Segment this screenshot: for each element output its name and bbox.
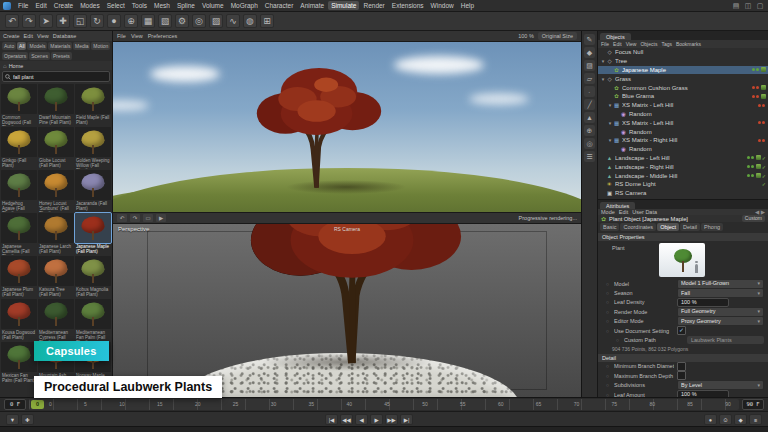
visibility-dots[interactable] [758, 121, 765, 124]
asset-item[interactable]: Mediterranean Cypress (Fall Plant) [38, 299, 74, 341]
asset-item[interactable]: Honey Locust 'Sunburst' (Fall Plant) [38, 170, 74, 212]
menu-edit[interactable]: Edit [32, 1, 49, 10]
visibility-dot-icon[interactable] [751, 165, 754, 168]
object-row-grass[interactable]: ▾◇Grass [598, 74, 768, 83]
tab-objects[interactable]: Objects [600, 33, 631, 40]
polygons-mode-icon[interactable]: ▲ [584, 112, 595, 123]
asset-menu-database[interactable]: Database [53, 33, 77, 39]
prev-frame-icon[interactable]: ◀ [355, 414, 368, 425]
object-row-japanese-maple[interactable]: ✿Japanese Maple [598, 66, 768, 75]
objects-menu-view[interactable]: View [626, 41, 637, 47]
autokey-icon[interactable]: ⊙ [719, 414, 732, 425]
tag-check-icon[interactable]: ✓ [762, 164, 766, 170]
visibility-dot-icon[interactable] [756, 95, 759, 98]
material-tag-icon[interactable] [756, 155, 761, 160]
anim-dot-icon[interactable]: ○ [606, 299, 611, 305]
last-tool-icon[interactable]: ● [107, 14, 121, 28]
live-selection-icon[interactable]: ➤ [39, 14, 53, 28]
visibility-dot-icon[interactable] [756, 68, 759, 71]
rope-icon[interactable]: ∿ [226, 14, 240, 28]
texture-mode-icon[interactable]: ▨ [584, 60, 595, 71]
menu-render[interactable]: Render [360, 1, 387, 10]
visibility-dots[interactable] [758, 139, 765, 142]
anim-dot-icon[interactable]: ○ [616, 337, 621, 343]
object-row-tree[interactable]: ▾◇Tree [598, 57, 768, 66]
visibility-dot-icon[interactable] [747, 165, 750, 168]
layout-split-icon[interactable]: ◫ [743, 2, 753, 10]
object-row-landscape-right-hill[interactable]: ▲Landscape - Right Hill✓ [598, 162, 768, 171]
render-region-icon[interactable]: ▭ [143, 214, 153, 222]
tag-check-icon[interactable]: ✓ [762, 155, 766, 161]
attr-checkbox-use-document-setting[interactable]: ✓ [677, 326, 686, 335]
attr-dropdown-editor-mode[interactable]: Proxy Geometry▾ [677, 316, 764, 326]
goto-start-icon[interactable]: |◀ [325, 414, 338, 425]
model-mode-icon[interactable]: ◆ [584, 47, 595, 58]
rotate-icon[interactable]: ↻ [90, 14, 104, 28]
object-row-blue-grama[interactable]: ✿Blue Grama [598, 92, 768, 101]
object-row-landscape-left-hill[interactable]: ▲Landscape - Left Hill✓ [598, 154, 768, 163]
asset-item[interactable]: Mediterranean Fan Palm (Fall Plant) [75, 299, 111, 341]
material-tag-icon[interactable] [756, 173, 761, 178]
asset-item[interactable]: Japanese Camellia (Fall Plant) [1, 213, 37, 255]
tag-check-icon[interactable]: ✓ [762, 181, 766, 187]
object-row-xs-matrix-left-hill[interactable]: ▾▦XS Matrix - Left Hill [598, 101, 768, 110]
menu-help[interactable]: Help [458, 1, 477, 10]
visibility-dots[interactable] [747, 156, 754, 159]
visibility-dots[interactable] [758, 104, 765, 107]
snap-icon[interactable]: ◎ [584, 138, 595, 149]
asset-item[interactable]: Mexican Fan Palm (Fall Plant) [1, 342, 37, 384]
objects-menu-file[interactable]: File [601, 41, 609, 47]
enable-axis-icon[interactable]: ⊕ [584, 125, 595, 136]
visibility-dot-icon[interactable] [751, 156, 754, 159]
next-key-icon[interactable]: ▶▶ [385, 414, 398, 425]
asset-item[interactable]: Golden Weeping Willow (Fall Plant) [75, 127, 111, 169]
object-row-random[interactable]: ◉Random [598, 145, 768, 154]
record-keyframe-icon[interactable]: ● [704, 414, 717, 425]
anim-dot-icon[interactable]: ○ [606, 281, 611, 287]
asset-item[interactable]: Field Maple (Fall Plant) [75, 84, 111, 126]
undo-icon[interactable]: ↶ [5, 14, 19, 28]
asset-item[interactable]: Japanese Plum (Fall Plant) [1, 256, 37, 298]
prev-key-icon[interactable]: ◀◀ [340, 414, 353, 425]
object-row-random[interactable]: ◉Random [598, 127, 768, 136]
menu-animate[interactable]: Animate [297, 1, 327, 10]
objects-menu-tags[interactable]: Tags [661, 41, 672, 47]
object-row-focus-null[interactable]: ◇Focus Null [598, 48, 768, 57]
asset-item[interactable]: Hedgehog Agave (Fall Plant) [1, 170, 37, 212]
add-marker-icon[interactable]: ✚ [21, 414, 34, 425]
visibility-dot-icon[interactable] [758, 139, 761, 142]
render-settings-icon[interactable]: ⚙ [175, 14, 189, 28]
object-row-xs-matrix-right-hill[interactable]: ▾▦XS Matrix - Right Hill [598, 136, 768, 145]
attr-tab-coordinates[interactable]: Coordinates [620, 223, 656, 231]
menu-character[interactable]: Character [262, 1, 297, 10]
attr-tab-object[interactable]: Object [657, 223, 679, 231]
view-label[interactable]: Perspective [118, 226, 149, 232]
object-row-rs-dome-light[interactable]: ☀RS Dome Light✓ [598, 180, 768, 189]
goto-end-icon[interactable]: ▶| [400, 414, 413, 425]
tag-check-icon[interactable]: ✓ [762, 173, 766, 179]
object-row-xs-matrix-left-hill[interactable]: ▾▦XS Matrix - Left Hill [598, 118, 768, 127]
attr-tab-basic[interactable]: Basic [600, 223, 619, 231]
objects-menu-bookmarks[interactable]: Bookmarks [676, 41, 701, 47]
attr-checkbox-maximum-branch-depth[interactable] [677, 371, 686, 380]
visibility-dot-icon[interactable] [762, 139, 765, 142]
play-icon[interactable]: ▶ [370, 414, 383, 425]
menu-window[interactable]: Window [428, 1, 457, 10]
fit-mode-dropdown[interactable]: Original Size [538, 32, 577, 40]
attr-button-custom-path[interactable]: Laubwerk Plants [687, 336, 764, 344]
menu-file[interactable]: File [15, 1, 31, 10]
zoom-level[interactable]: 100 % [518, 33, 534, 39]
menu-create[interactable]: Create [51, 1, 77, 10]
visibility-dots[interactable] [752, 86, 759, 89]
plant-preview-image[interactable] [659, 243, 705, 277]
visibility-dot-icon[interactable] [747, 156, 750, 159]
layout-compact-icon[interactable]: ▤ [731, 2, 741, 10]
app-logo-icon[interactable] [3, 2, 11, 10]
menu-mograph[interactable]: MoGraph [228, 1, 261, 10]
asset-item[interactable]: Common Dogwood (Fall Plant) [1, 84, 37, 126]
grid-snap-icon[interactable]: ⊞ [260, 14, 274, 28]
pv-menu-preferences[interactable]: Preferences [148, 33, 178, 39]
attr-dropdown-subdivisions[interactable]: By Level▾ [677, 380, 764, 390]
end-frame-field[interactable]: 90 F [742, 399, 764, 410]
search-input[interactable] [13, 74, 107, 80]
